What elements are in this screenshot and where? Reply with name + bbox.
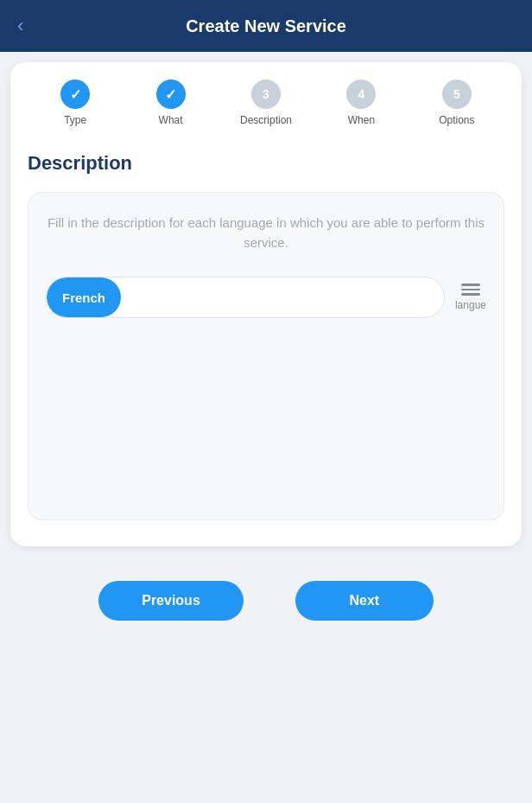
step-type: ✓ Type	[28, 80, 123, 126]
next-button[interactable]: Next	[295, 581, 434, 621]
step-when: 4 When	[314, 80, 408, 126]
step-description: 3 Description	[218, 80, 314, 126]
langue-icon-wrapper[interactable]: langue	[455, 284, 486, 311]
langue-label: langue	[455, 299, 486, 311]
header-title: Create New Service	[186, 16, 346, 36]
description-hint: Fill in the description for each languag…	[46, 213, 486, 252]
hamburger-line-2	[461, 289, 480, 291]
step-type-label: Type	[64, 114, 86, 126]
steps-progress: ✓ Type ✓ What 3 Description 4 When	[28, 80, 504, 126]
step-what-label: What	[159, 114, 183, 126]
step-when-circle: 4	[346, 80, 376, 109]
step-what-circle: ✓	[156, 80, 186, 109]
step-when-label: When	[348, 114, 375, 126]
back-button[interactable]: ‹	[17, 15, 23, 37]
step-what: ✓ What	[123, 80, 218, 126]
description-card: Fill in the description for each languag…	[28, 192, 504, 520]
previous-button[interactable]: Previous	[98, 581, 244, 621]
language-row: French langue	[46, 277, 486, 318]
hamburger-line-3	[461, 293, 480, 296]
step-description-label: Description	[240, 114, 292, 126]
step-options-label: Options	[439, 114, 474, 126]
language-input-wrapper: French	[46, 277, 445, 318]
description-text-input[interactable]	[121, 290, 444, 304]
hamburger-line-1	[461, 284, 480, 286]
app-header: ‹ Create New Service	[0, 0, 532, 52]
language-badge[interactable]: French	[47, 277, 121, 317]
navigation-buttons: Previous Next	[0, 581, 532, 621]
hamburger-icon	[461, 284, 480, 296]
step-options: 5 Options	[409, 80, 504, 126]
step-type-circle: ✓	[60, 80, 90, 109]
section-title: Description	[28, 152, 504, 175]
step-options-circle: 5	[442, 80, 472, 109]
step-description-circle: 3	[251, 80, 281, 109]
main-card: ✓ Type ✓ What 3 Description 4 When	[10, 62, 522, 546]
